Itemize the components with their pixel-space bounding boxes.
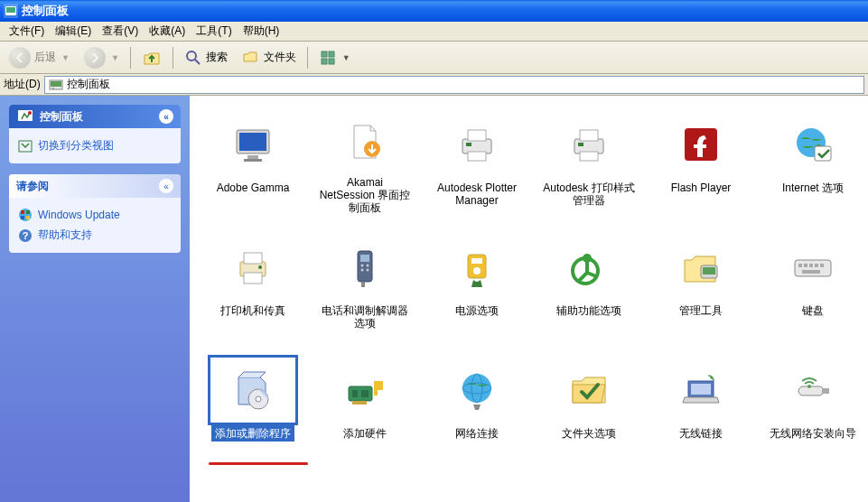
toolbar-separator [173, 47, 173, 69]
svg-rect-56 [795, 260, 831, 276]
address-field[interactable]: 控制面板 [44, 76, 864, 94]
icon-wrap [656, 355, 746, 425]
up-folder-icon [142, 48, 162, 68]
cp-item-folder-options[interactable]: 文件夹选项 [535, 350, 643, 466]
svg-point-3 [187, 51, 196, 60]
cp-item-label: 文件夹选项 [558, 425, 620, 442]
cp-item-label: 无线网络安装向导 [766, 425, 860, 442]
icon-wrap [320, 232, 410, 302]
help-support-link[interactable]: ? 帮助和支持 [18, 225, 172, 246]
svg-point-47 [367, 269, 369, 272]
control-panel-header[interactable]: 控制面板 « [9, 105, 181, 128]
menu-file[interactable]: 文件(F) [4, 22, 50, 41]
svg-point-13 [28, 111, 32, 115]
switch-view-icon [18, 139, 33, 153]
add-hardware-icon [343, 368, 387, 412]
sidebar: 控制面板 « 切换到分类视图 请参阅 « [0, 96, 190, 502]
cp-item-label: Flash Player [667, 180, 735, 196]
cp-item-autodesk-plotter[interactable]: Autodesk Plotter Manager [423, 105, 531, 220]
icon-wrap [768, 355, 858, 425]
icon-wrap [432, 355, 522, 425]
back-dropdown-caret-icon: ▼ [61, 53, 70, 62]
cp-item-label: Internet 选项 [779, 180, 847, 196]
cp-item-label: Akamai NetSession 界面控制面板 [315, 174, 415, 216]
cp-item-phone-modem[interactable]: 电话和调制解调器选项 [311, 228, 419, 343]
svg-point-46 [361, 269, 364, 272]
menu-tools[interactable]: 工具(T) [191, 22, 237, 41]
switch-category-view-link[interactable]: 切换到分类视图 [18, 135, 172, 156]
folders-icon [242, 49, 260, 67]
svg-rect-37 [815, 146, 831, 161]
cp-item-wireless-link[interactable]: 无线链接 [647, 350, 755, 466]
keyboard-icon [791, 246, 835, 289]
cp-item-label: 添加或删除程序 [211, 425, 294, 442]
adobe-gamma-icon [231, 123, 275, 166]
cp-item-label: 电话和调制解调器选项 [315, 302, 415, 331]
svg-point-75 [807, 385, 811, 388]
up-button[interactable] [136, 46, 167, 70]
icon-wrap [656, 109, 746, 180]
folders-button[interactable]: 文件夹 [237, 47, 302, 69]
svg-rect-23 [239, 133, 266, 151]
svg-point-11 [52, 88, 54, 89]
icon-wrap [432, 109, 522, 180]
help-icon: ? [18, 228, 33, 243]
cp-item-keyboard[interactable]: 键盘 [759, 228, 867, 343]
cp-item-flash[interactable]: Flash Player [647, 105, 755, 220]
svg-rect-2 [6, 7, 15, 13]
svg-rect-7 [322, 59, 327, 64]
svg-rect-49 [468, 255, 486, 278]
collapse-icon[interactable]: « [159, 109, 173, 124]
switch-view-label: 切换到分类视图 [38, 138, 114, 153]
cp-item-wireless-setup[interactable]: 无线网络安装向导 [759, 350, 867, 466]
see-also-header[interactable]: 请参阅 « [9, 174, 181, 198]
forward-button[interactable]: ▼ [79, 45, 125, 70]
svg-rect-59 [809, 264, 813, 267]
cp-item-adobe-gamma[interactable]: Adobe Gamma [199, 105, 307, 220]
search-button[interactable]: 搜索 [179, 47, 233, 69]
power-options-icon [455, 246, 499, 289]
icon-wrap [768, 232, 858, 302]
cp-item-add-remove[interactable]: 添加或删除程序 [199, 350, 307, 466]
svg-rect-28 [468, 130, 486, 141]
svg-point-45 [367, 265, 369, 267]
back-label: 后退 [34, 50, 56, 65]
svg-rect-30 [466, 143, 471, 146]
cp-item-accessibility[interactable]: 辅助功能选项 [535, 228, 643, 343]
folders-label: 文件夹 [264, 50, 296, 65]
views-button[interactable]: ▼ [313, 47, 356, 69]
cp-item-autodesk-printstyle[interactable]: Autodesk 打印样式管理器 [535, 105, 643, 220]
cp-item-internet-options[interactable]: Internet 选项 [759, 105, 867, 220]
svg-point-64 [256, 396, 261, 402]
menu-view[interactable]: 查看(V) [97, 22, 144, 41]
back-button[interactable]: 后退 ▼ [4, 45, 75, 70]
cp-item-power-options[interactable]: 电源选项 [423, 228, 531, 343]
svg-rect-65 [349, 386, 372, 401]
cp-item-label: 打印机和传真 [217, 302, 289, 319]
svg-rect-32 [580, 130, 598, 141]
accessibility-icon [567, 246, 611, 289]
cp-item-admin-tools[interactable]: 管理工具 [647, 228, 755, 343]
svg-rect-29 [468, 152, 486, 161]
windows-update-link[interactable]: Windows Update [18, 205, 172, 225]
main-area: 控制面板 « 切换到分类视图 请参阅 « [0, 96, 868, 502]
svg-rect-10 [51, 81, 61, 87]
icon-wrap [544, 232, 634, 302]
cp-item-akamai[interactable]: Akamai NetSession 界面控制面板 [311, 105, 419, 220]
svg-text:?: ? [23, 230, 29, 241]
collapse-icon[interactable]: « [159, 179, 173, 193]
menu-favorites[interactable]: 收藏(A) [144, 22, 191, 41]
cp-item-printers-faxes[interactable]: 打印机和传真 [199, 228, 307, 343]
svg-rect-25 [244, 159, 262, 162]
svg-rect-34 [578, 143, 583, 146]
cp-item-network-connections[interactable]: 网络连接 [423, 350, 531, 466]
svg-rect-55 [703, 267, 715, 274]
control-panel-small-icon [49, 78, 63, 92]
cp-item-add-hardware[interactable]: 添加硬件 [311, 350, 419, 466]
menu-edit[interactable]: 编辑(E) [50, 22, 97, 41]
svg-rect-24 [247, 155, 258, 159]
svg-rect-48 [361, 282, 365, 287]
svg-point-51 [473, 267, 481, 274]
svg-rect-68 [352, 401, 367, 404]
menu-help[interactable]: 帮助(H) [238, 22, 285, 41]
